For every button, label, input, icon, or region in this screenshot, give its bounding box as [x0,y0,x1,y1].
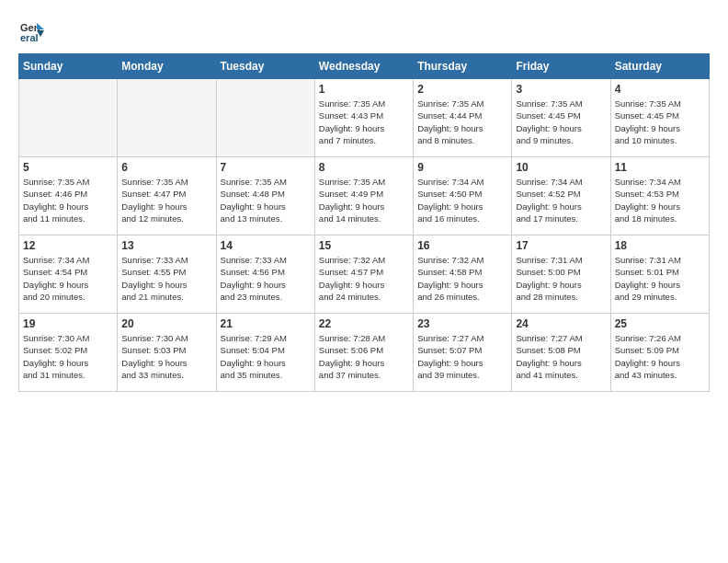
calendar-cell [118,79,216,157]
svg-text:eral: eral [20,32,39,43]
day-number: 24 [516,317,606,330]
calendar-cell: 23Sunrise: 7:27 AM Sunset: 5:07 PM Dayli… [414,314,512,392]
cell-info: Sunrise: 7:35 AM Sunset: 4:45 PM Dayligh… [516,98,606,146]
calendar-cell: 6Sunrise: 7:35 AM Sunset: 4:47 PM Daylig… [118,157,216,236]
week-row-3: 19Sunrise: 7:30 AM Sunset: 5:02 PM Dayli… [19,314,710,392]
header-row: SundayMondayTuesdayWednesdayThursdayFrid… [19,54,710,79]
cell-info: Sunrise: 7:27 AM Sunset: 5:08 PM Dayligh… [516,332,606,381]
calendar-table: SundayMondayTuesdayWednesdayThursdayFrid… [18,53,710,392]
day-number: 18 [615,239,705,252]
cell-info: Sunrise: 7:35 AM Sunset: 4:48 PM Dayligh… [221,176,311,224]
cell-info: Sunrise: 7:31 AM Sunset: 5:01 PM Dayligh… [615,254,705,303]
cell-info: Sunrise: 7:35 AM Sunset: 4:46 PM Dayligh… [23,176,113,224]
col-header-tuesday: Tuesday [216,54,314,79]
calendar-cell: 1Sunrise: 7:35 AM Sunset: 4:43 PM Daylig… [314,79,413,157]
day-number: 5 [23,161,113,174]
cell-info: Sunrise: 7:26 AM Sunset: 5:09 PM Dayligh… [615,332,705,381]
cell-info: Sunrise: 7:35 AM Sunset: 4:45 PM Dayligh… [615,98,705,146]
day-number: 9 [417,161,507,174]
day-number: 4 [615,83,705,96]
calendar-cell: 20Sunrise: 7:30 AM Sunset: 5:03 PM Dayli… [118,314,216,392]
day-number: 8 [319,161,409,174]
day-number: 15 [319,239,409,252]
day-number: 7 [221,161,311,174]
calendar-cell: 13Sunrise: 7:33 AM Sunset: 4:55 PM Dayli… [118,236,216,314]
calendar-cell [19,79,118,157]
calendar-cell: 16Sunrise: 7:32 AM Sunset: 4:58 PM Dayli… [414,236,512,314]
cell-info: Sunrise: 7:35 AM Sunset: 4:49 PM Dayligh… [319,176,409,224]
calendar-cell [216,79,314,157]
cell-info: Sunrise: 7:32 AM Sunset: 4:57 PM Dayligh… [319,254,409,303]
calendar-cell: 18Sunrise: 7:31 AM Sunset: 5:01 PM Dayli… [610,236,709,314]
day-number: 12 [23,239,113,252]
day-number: 17 [516,239,606,252]
cell-info: Sunrise: 7:33 AM Sunset: 4:56 PM Dayligh… [221,254,311,303]
calendar-cell: 14Sunrise: 7:33 AM Sunset: 4:56 PM Dayli… [216,236,314,314]
day-number: 13 [121,239,211,252]
cell-info: Sunrise: 7:30 AM Sunset: 5:02 PM Dayligh… [23,332,113,381]
calendar-cell: 11Sunrise: 7:34 AM Sunset: 4:53 PM Dayli… [610,157,709,236]
day-number: 20 [121,317,211,330]
col-header-thursday: Thursday [414,54,512,79]
logo: Gen eral [18,18,48,44]
week-row-1: 5Sunrise: 7:35 AM Sunset: 4:46 PM Daylig… [19,157,710,236]
day-number: 16 [417,239,507,252]
page-header: Gen eral [18,18,710,44]
calendar-cell: 17Sunrise: 7:31 AM Sunset: 5:00 PM Dayli… [512,236,610,314]
calendar-cell: 25Sunrise: 7:26 AM Sunset: 5:09 PM Dayli… [610,314,709,392]
calendar-cell: 5Sunrise: 7:35 AM Sunset: 4:46 PM Daylig… [19,157,118,236]
calendar-cell: 2Sunrise: 7:35 AM Sunset: 4:44 PM Daylig… [414,79,512,157]
calendar-cell: 15Sunrise: 7:32 AM Sunset: 4:57 PM Dayli… [314,236,413,314]
day-number: 10 [516,161,606,174]
col-header-wednesday: Wednesday [314,54,413,79]
calendar-cell: 22Sunrise: 7:28 AM Sunset: 5:06 PM Dayli… [314,314,413,392]
calendar-cell: 9Sunrise: 7:34 AM Sunset: 4:50 PM Daylig… [414,157,512,236]
cell-info: Sunrise: 7:33 AM Sunset: 4:55 PM Dayligh… [121,254,211,303]
cell-info: Sunrise: 7:34 AM Sunset: 4:50 PM Dayligh… [417,176,507,224]
cell-info: Sunrise: 7:35 AM Sunset: 4:47 PM Dayligh… [121,176,211,224]
calendar-cell: 3Sunrise: 7:35 AM Sunset: 4:45 PM Daylig… [512,79,610,157]
col-header-monday: Monday [118,54,216,79]
day-number: 11 [615,161,705,174]
week-row-2: 12Sunrise: 7:34 AM Sunset: 4:54 PM Dayli… [19,236,710,314]
col-header-sunday: Sunday [19,54,118,79]
calendar-cell: 19Sunrise: 7:30 AM Sunset: 5:02 PM Dayli… [19,314,118,392]
cell-info: Sunrise: 7:28 AM Sunset: 5:06 PM Dayligh… [319,332,409,381]
day-number: 1 [319,83,409,96]
calendar-cell: 21Sunrise: 7:29 AM Sunset: 5:04 PM Dayli… [216,314,314,392]
calendar-cell: 10Sunrise: 7:34 AM Sunset: 4:52 PM Dayli… [512,157,610,236]
calendar-cell: 8Sunrise: 7:35 AM Sunset: 4:49 PM Daylig… [314,157,413,236]
cell-info: Sunrise: 7:34 AM Sunset: 4:52 PM Dayligh… [516,176,606,224]
calendar-cell: 4Sunrise: 7:35 AM Sunset: 4:45 PM Daylig… [610,79,709,157]
day-number: 6 [121,161,211,174]
cell-info: Sunrise: 7:30 AM Sunset: 5:03 PM Dayligh… [121,332,211,381]
day-number: 21 [221,317,311,330]
cell-info: Sunrise: 7:29 AM Sunset: 5:04 PM Dayligh… [221,332,311,381]
cell-info: Sunrise: 7:35 AM Sunset: 4:43 PM Dayligh… [319,98,409,146]
logo-icon: Gen eral [18,18,44,44]
col-header-saturday: Saturday [610,54,709,79]
col-header-friday: Friday [512,54,610,79]
calendar-cell: 7Sunrise: 7:35 AM Sunset: 4:48 PM Daylig… [216,157,314,236]
day-number: 23 [417,317,507,330]
day-number: 3 [516,83,606,96]
day-number: 22 [319,317,409,330]
calendar-cell: 12Sunrise: 7:34 AM Sunset: 4:54 PM Dayli… [19,236,118,314]
cell-info: Sunrise: 7:34 AM Sunset: 4:54 PM Dayligh… [23,254,113,303]
calendar-cell: 24Sunrise: 7:27 AM Sunset: 5:08 PM Dayli… [512,314,610,392]
day-number: 14 [221,239,311,252]
day-number: 2 [417,83,507,96]
cell-info: Sunrise: 7:32 AM Sunset: 4:58 PM Dayligh… [417,254,507,303]
day-number: 25 [615,317,705,330]
cell-info: Sunrise: 7:34 AM Sunset: 4:53 PM Dayligh… [615,176,705,224]
cell-info: Sunrise: 7:31 AM Sunset: 5:00 PM Dayligh… [516,254,606,303]
cell-info: Sunrise: 7:35 AM Sunset: 4:44 PM Dayligh… [417,98,507,146]
week-row-0: 1Sunrise: 7:35 AM Sunset: 4:43 PM Daylig… [19,79,710,157]
day-number: 19 [23,317,113,330]
cell-info: Sunrise: 7:27 AM Sunset: 5:07 PM Dayligh… [417,332,507,381]
